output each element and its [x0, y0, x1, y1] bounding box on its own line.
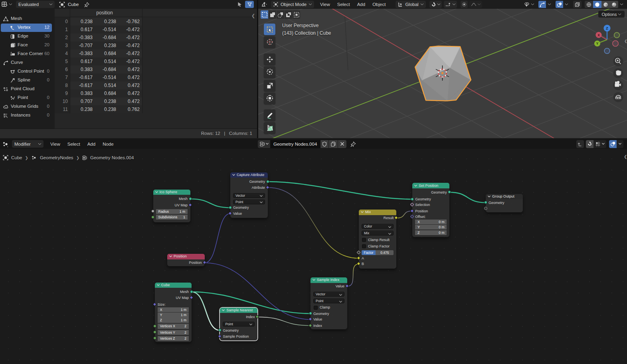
svg-text:❮: ❮: [624, 39, 627, 44]
svg-text:X: X: [597, 33, 600, 37]
svg-text:Y: Y: [596, 42, 599, 46]
svg-text:Z: Z: [606, 26, 608, 30]
